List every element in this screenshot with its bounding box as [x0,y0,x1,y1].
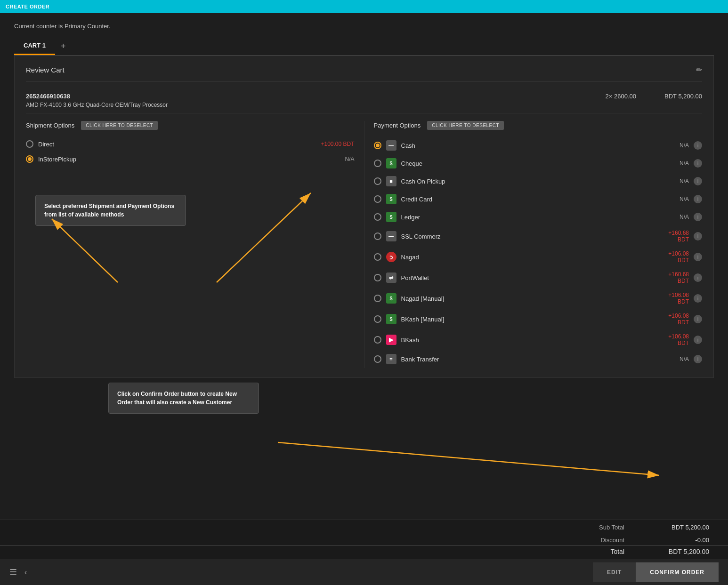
bkash-manual-info-icon[interactable]: i [694,315,702,323]
hamburger-icon[interactable]: ☰ [9,567,17,577]
nagad-manual-info-icon[interactable]: i [694,294,702,303]
cash-info-icon[interactable]: i [694,141,702,150]
payment-option-creditcard: $ Credit Card N/A i [374,190,703,208]
counter-text: Current counter is Primary Counter. [14,23,714,30]
payment-deselect-btn[interactable]: CLICK HERE TO DESELECT [427,121,504,130]
shipment-radio-direct[interactable] [26,140,33,148]
payment-option-cheque: $ Cheque N/A i [374,154,703,172]
total-value: BDT 5,200.00 [653,548,709,555]
tabs-bar: CART 1 + [14,37,714,56]
review-cart-header: Review Cart ✏ [26,65,702,81]
product-qty: 2× 2600.00 [606,93,636,100]
discount-label: Discount [600,537,624,544]
payment-radio-bkash[interactable] [374,336,381,344]
total-row: Total BDT 5,200.00 [0,545,728,559]
nagad-info-icon[interactable]: i [694,253,702,261]
product-id: 2652466910638 [26,93,577,100]
edit-pencil-icon[interactable]: ✏ [696,65,702,74]
tab-add[interactable]: + [55,38,72,55]
cash-icon: — [386,140,396,151]
nagad-manual-icon: $ [386,293,396,304]
edit-button[interactable]: EDIT [593,562,636,582]
payment-option-nagad-manual: $ Nagad [Manual] +106.08BDT i [374,288,703,309]
payment-option-sslcommerz: — SSL Commerz +160.68BDT i [374,226,703,247]
product-row: 2652466910638 AMD FX-4100 3.6 GHz Quad-C… [26,88,702,113]
discount-row: Discount -0.00 [0,533,728,545]
payment-option-nagad: ↄ Nagad +106.08BDT i [374,247,703,267]
shipment-deselect-btn[interactable]: CLICK HERE TO DESELECT [81,121,158,130]
payment-option-bkash-manual: $ BKash [Manual] +106.08BDT i [374,309,703,329]
cashonpickup-icon: ■ [386,176,396,186]
bottom-bar: Sub Total BDT 5,200.00 Discount -0.00 To… [0,520,728,585]
payment-option-bkash: ▶ BKash +106.08BDT i [374,329,703,350]
payment-label: Payment Options [374,122,421,129]
bank-transfer-info-icon[interactable]: i [694,355,702,363]
discount-value: -0.00 [653,537,709,544]
shipment-radio-instorePickup[interactable] [26,155,33,163]
payment-radio-cheque[interactable] [374,160,381,167]
product-total: BDT 5,200.00 [664,93,702,100]
subtotal-value: BDT 5,200.00 [653,524,709,531]
action-bar: ☰ ‹ EDIT CONFIRM ORDER [0,559,728,585]
nagad-icon: ↄ [386,252,396,262]
payment-radio-creditcard[interactable] [374,195,381,203]
review-cart-title: Review Cart [26,66,65,74]
payment-option-cashonpickup: ■ Cash On Pickup N/A i [374,172,703,190]
payment-option-bank-transfer: = Bank Transfer N/A i [374,350,703,368]
payment-radio-cashonpickup[interactable] [374,177,381,185]
payment-radio-nagad[interactable] [374,253,381,261]
confirm-order-tooltip: Click on Confirm Order button to create … [108,383,259,414]
shipment-label: Shipment Options [26,122,74,129]
payment-option-portwallet: ⇌ PortWallet +160.68BDT i [374,267,703,288]
shipment-payment-tooltip: Select preferred Shipment and Payment Op… [35,195,186,226]
subtotal-row: Sub Total BDT 5,200.00 [0,520,728,533]
shipment-option-direct: Direct +100.00 BDT [26,136,355,152]
shipment-option-instorePickup: InStorePickup N/A [26,152,355,167]
shipment-column: Shipment Options CLICK HERE TO DESELECT … [26,121,364,368]
payment-radio-bkash-manual[interactable] [374,315,381,323]
creditcard-icon: $ [386,194,396,204]
ledger-info-icon[interactable]: i [694,213,702,221]
bkash-manual-icon: $ [386,314,396,324]
cart-panel: Review Cart ✏ 2652466910638 AMD FX-4100 … [14,56,714,378]
portwallet-info-icon[interactable]: i [694,273,702,282]
product-name: AMD FX-4100 3.6 GHz Quad-Core OEM/Tray P… [26,102,577,108]
payment-radio-bank-transfer[interactable] [374,355,381,363]
options-section: Shipment Options CLICK HERE TO DESELECT … [26,121,702,368]
subtotal-label: Sub Total [599,524,624,531]
back-icon[interactable]: ‹ [24,568,27,577]
cheque-info-icon[interactable]: i [694,159,702,168]
top-bar: CREATE ORDER [0,0,728,13]
tab-cart1[interactable]: CART 1 [14,37,55,55]
creditcard-info-icon[interactable]: i [694,195,702,203]
payment-radio-sslcommerz[interactable] [374,232,381,240]
cheque-icon: $ [386,158,396,168]
bkash-info-icon[interactable]: i [694,336,702,344]
payment-option-ledger: $ Ledger N/A i [374,208,703,226]
bank-transfer-icon: = [386,354,396,364]
ledger-icon: $ [386,212,396,222]
payment-radio-nagad-manual[interactable] [374,295,381,302]
cashonpickup-info-icon[interactable]: i [694,177,702,185]
sslcommerz-icon: — [386,231,396,241]
total-label: Total [610,548,624,555]
sslcommerz-info-icon[interactable]: i [694,232,702,240]
page-title: CREATE ORDER [6,4,49,9]
payment-radio-cash[interactable] [374,142,381,149]
payment-radio-ledger[interactable] [374,213,381,221]
portwallet-icon: ⇌ [386,272,396,283]
payment-column: Payment Options CLICK HERE TO DESELECT —… [364,121,703,368]
payment-option-cash: — Cash N/A i [374,136,703,154]
main-content: Current counter is Primary Counter. CART… [0,13,728,414]
payment-radio-portwallet[interactable] [374,274,381,281]
confirm-order-button[interactable]: CONFIRM ORDER [636,562,719,582]
bkash-icon: ▶ [386,335,396,345]
